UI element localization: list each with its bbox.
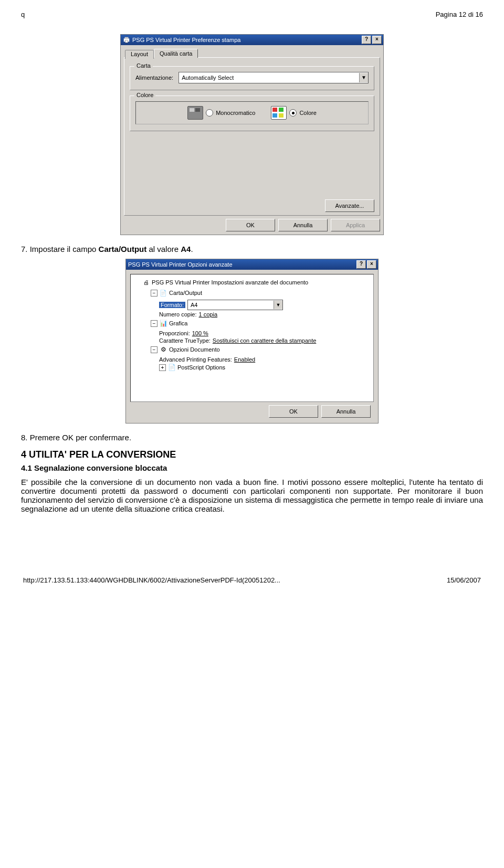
tree-copie-value[interactable]: 1 copia (199, 311, 217, 317)
dialog2-titlebar[interactable]: PSG PS Virtual Printer Opzioni avanzate … (126, 259, 378, 270)
close-button[interactable]: × (367, 260, 376, 269)
radio-color-label: Colore (299, 110, 316, 116)
formato-value: A4 (188, 302, 200, 308)
tree-postscript[interactable]: PostScript Options (177, 364, 225, 371)
collapse-icon[interactable]: − (151, 346, 158, 353)
color-icon (271, 106, 287, 120)
formato-select[interactable]: A4 ▼ (187, 300, 283, 310)
printer-icon (123, 36, 130, 44)
tree-truetype-label[interactable]: Carattere TrueType: (159, 337, 211, 344)
ok-button[interactable]: OK (269, 405, 318, 418)
expand-icon[interactable]: + (159, 364, 166, 371)
tree-proporzioni-value[interactable]: 100 % (192, 330, 208, 336)
tab-paper-quality[interactable]: Qualità carta (154, 49, 198, 58)
heading-section-4: 4 UTILITA' PER LA CONVERSIONE (21, 449, 483, 460)
group-carta-legend: Carta (134, 62, 153, 69)
graphics-icon: 📊 (160, 320, 167, 327)
tree-carta-output[interactable]: Carta/Output (169, 290, 202, 296)
print-preferences-dialog: PSG PS Virtual Printer Preferenze stampa… (120, 34, 384, 235)
cancel-button[interactable]: Annulla (321, 405, 371, 418)
feed-select[interactable]: Automatically Select ▼ (178, 72, 369, 83)
dialog1-title: PSG PS Virtual Printer Preferenze stampa (132, 37, 240, 43)
tree-truetype-value[interactable]: Sostituisci con carattere della stampant… (213, 337, 317, 344)
step-7: 7. Impostare il campo Carta/Output al va… (21, 245, 483, 253)
options-tree[interactable]: PSG PS Virtual Printer Impostazioni avan… (130, 274, 374, 402)
postscript-icon: 📄 (168, 364, 175, 371)
group-carta: Carta Alimentazione: Automatically Selec… (130, 66, 374, 90)
tab-layout[interactable]: Layout (125, 50, 154, 59)
step-8: 8. Premere OK per confermare. (21, 433, 483, 442)
apply-button[interactable]: Applica (331, 219, 380, 231)
dialog1-titlebar[interactable]: PSG PS Virtual Printer Preferenze stampa… (121, 35, 383, 45)
footer-url: http://217.133.51.133:4400/WGHDBLINK/600… (23, 576, 280, 584)
cancel-button[interactable]: Annulla (278, 219, 328, 231)
tree-advprint-value[interactable]: Enabled (234, 356, 255, 363)
tree-copie-label[interactable]: Numero copie: (159, 311, 197, 317)
tree-grafica[interactable]: Grafica (169, 320, 187, 326)
dialog2-title: PSG PS Virtual Printer Opzioni avanzate (128, 261, 233, 268)
monochrome-icon (187, 106, 203, 120)
page-header-left: q (21, 10, 25, 18)
ok-button[interactable]: OK (226, 219, 275, 231)
advanced-options-dialog: PSG PS Virtual Printer Opzioni avanzate … (125, 259, 379, 424)
tree-opzioni-doc[interactable]: Opzioni Documento (169, 346, 220, 353)
feed-select-value: Automatically Select (182, 75, 234, 81)
radio-color[interactable] (289, 109, 297, 117)
svg-rect-1 (125, 37, 129, 39)
tree-advprint-label[interactable]: Advanced Printing Features: (159, 356, 232, 363)
radio-monochrome-label: Monocromatico (216, 110, 255, 116)
chevron-down-icon: ▼ (274, 301, 282, 309)
printer-icon (142, 279, 150, 286)
collapse-icon[interactable]: − (151, 290, 158, 297)
paragraph-4-1: E' possibile che la conversione di un do… (21, 478, 483, 513)
chevron-down-icon: ▼ (359, 73, 368, 82)
options-icon: ⚙ (160, 346, 167, 353)
tree-root: PSG PS Virtual Printer Impostazioni avan… (152, 279, 308, 285)
group-colore-legend: Colore (134, 92, 155, 98)
heading-section-4-1: 4.1 Segnalazione conversione bloccata (21, 463, 483, 472)
page-header-right: Pagina 12 di 16 (436, 10, 483, 18)
tree-proporzioni-label[interactable]: Proporzioni: (159, 330, 190, 336)
svg-rect-2 (125, 40, 128, 43)
tree-formato-label[interactable]: Formato: (159, 302, 185, 308)
radio-monochrome[interactable] (206, 109, 213, 117)
footer-date: 15/06/2007 (447, 576, 481, 584)
close-button[interactable]: × (372, 36, 382, 44)
help-button[interactable]: ? (356, 260, 366, 269)
folder-icon (160, 289, 167, 297)
group-colore: Colore Monocromatico Colore (130, 96, 374, 131)
help-button[interactable]: ? (362, 36, 371, 44)
collapse-icon[interactable]: − (151, 320, 158, 327)
advanced-button[interactable]: Avanzate... (325, 199, 374, 212)
feed-label: Alimentazione: (135, 75, 173, 81)
